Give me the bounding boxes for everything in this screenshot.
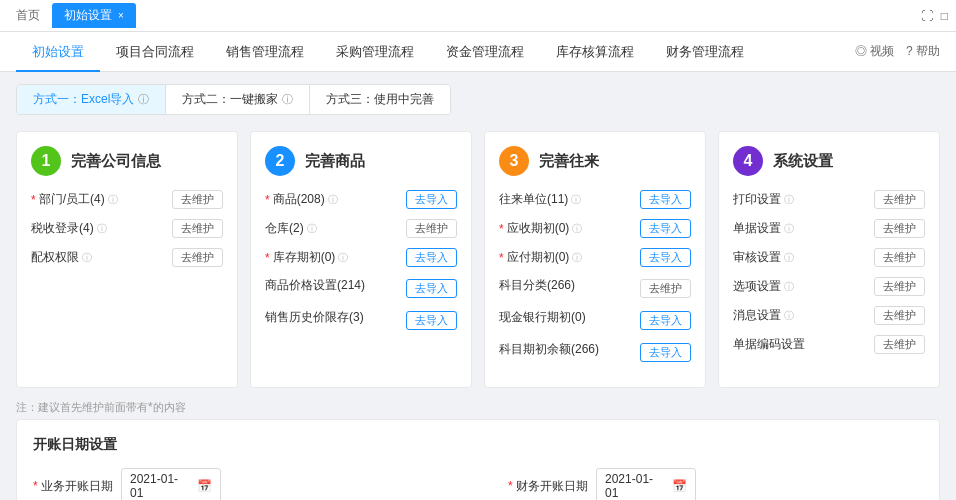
price-import-button[interactable]: 去导入 [406, 279, 457, 298]
goods-import-button[interactable]: 去导入 [406, 190, 457, 209]
step-1-perm-label: 配权权限 ⓘ [31, 249, 92, 266]
step-1-header: 1 完善公司信息 [31, 146, 223, 176]
calendar-icon: 📅 [197, 479, 212, 493]
msg-maintain-button[interactable]: 去维护 [874, 306, 925, 325]
receivable-info-icon: ⓘ [572, 222, 582, 236]
perm-maintain-button[interactable]: 去维护 [172, 248, 223, 267]
subnav-item-xiangmuheyong[interactable]: 项目合同流程 [100, 32, 210, 72]
tax-info-icon: ⓘ [97, 222, 107, 236]
step-3-cash-label: 现金银行期初(0) [499, 309, 586, 326]
cash-import-button[interactable]: 去导入 [640, 311, 691, 330]
home-link[interactable]: 首页 [8, 7, 48, 24]
option-maintain-button[interactable]: 去维护 [874, 277, 925, 296]
perm-info-icon: ⓘ [82, 251, 92, 265]
warehouse-info-icon: ⓘ [307, 222, 317, 236]
step-4-row-doc: 单据设置 ⓘ 去维护 [733, 217, 925, 240]
doc-info-icon: ⓘ [784, 222, 794, 236]
print-maintain-button[interactable]: 去维护 [874, 190, 925, 209]
receivable-import-button[interactable]: 去导入 [640, 219, 691, 238]
step-4-print-label: 打印设置 ⓘ [733, 191, 794, 208]
subnav-item-caiwu[interactable]: 财务管理流程 [650, 32, 760, 72]
mode-tab-excel-label: 方式一：Excel导入 [33, 91, 134, 108]
step-1-tax-label: 税收登录(4) ⓘ [31, 220, 107, 237]
close-tab-button[interactable]: × [118, 10, 124, 21]
subnav-item-caigou[interactable]: 采购管理流程 [320, 32, 430, 72]
sub-nav-right: ◎ 视频 ? 帮助 [855, 43, 940, 60]
mode-tab-migrate[interactable]: 方式二：一键搬家 ⓘ [166, 85, 310, 114]
fin-calendar-icon: 📅 [672, 479, 687, 493]
dept-info-icon: ⓘ [108, 193, 118, 207]
subject-maintain-button[interactable]: 去维护 [640, 279, 691, 298]
step-3-number: 3 [499, 146, 529, 176]
step-3-row-receivable: * 应收期初(0) ⓘ 去导入 [499, 217, 691, 240]
mode-tab-excel[interactable]: 方式一：Excel导入 ⓘ [17, 85, 166, 114]
step-3-title: 完善往来 [539, 152, 599, 171]
step-2-row-price: 商品价格设置(214) 去导入 [265, 275, 457, 301]
step-2-row-stockinit: * 库存期初(0) ⓘ 去导入 [265, 246, 457, 269]
payable-info-icon: ⓘ [572, 251, 582, 265]
doc-maintain-button[interactable]: 去维护 [874, 219, 925, 238]
history-import-button[interactable]: 去导入 [406, 311, 457, 330]
warehouse-maintain-button[interactable]: 去维护 [406, 219, 457, 238]
fin-date-field: * 财务开账日期 2021-01-01 📅 [508, 468, 923, 500]
audit-maintain-button[interactable]: 去维护 [874, 248, 925, 267]
party-import-button[interactable]: 去导入 [640, 190, 691, 209]
step-3-row-party: 往来单位(11) ⓘ 去导入 [499, 188, 691, 211]
maximize-icon[interactable]: □ [941, 9, 948, 23]
subnav-item-kucun[interactable]: 库存核算流程 [540, 32, 650, 72]
payable-import-button[interactable]: 去导入 [640, 248, 691, 267]
active-tab: 初始设置 × [52, 3, 136, 28]
step-card-1: 1 完善公司信息 * 部门/员工(4) ⓘ 去维护 税收登录(4) ⓘ 去维护 [16, 131, 238, 388]
sub-nav: 初始设置 项目合同流程 销售管理流程 采购管理流程 资金管理流程 库存核算流程 … [0, 32, 956, 72]
step-4-row-audit: 审核设置 ⓘ 去维护 [733, 246, 925, 269]
step-4-doccode-label: 单据编码设置 [733, 336, 805, 353]
step-3-subject-label: 科目分类(266) [499, 277, 575, 294]
biz-date-input[interactable]: 2021-01-01 📅 [121, 468, 221, 500]
step-4-audit-label: 审核设置 ⓘ [733, 249, 794, 266]
subnav-item-chushishezhi[interactable]: 初始设置 [16, 32, 100, 72]
audit-info-icon: ⓘ [784, 251, 794, 265]
mode-tabs: 方式一：Excel导入 ⓘ 方式二：一键搬家 ⓘ 方式三：使用中完善 [16, 84, 451, 115]
step-4-row-print: 打印设置 ⓘ 去维护 [733, 188, 925, 211]
party-info-icon: ⓘ [571, 193, 581, 207]
step-1-row-dept: * 部门/员工(4) ⓘ 去维护 [31, 188, 223, 211]
step-2-title: 完善商品 [305, 152, 365, 171]
dept-maintain-button[interactable]: 去维护 [172, 190, 223, 209]
step-4-msg-label: 消息设置 ⓘ [733, 307, 794, 324]
step-3-receivable-label: * 应收期初(0) ⓘ [499, 220, 582, 237]
step-2-header: 2 完善商品 [265, 146, 457, 176]
page-content: 方式一：Excel导入 ⓘ 方式二：一键搬家 ⓘ 方式三：使用中完善 1 完善公… [0, 72, 956, 500]
subnav-item-xiaoshou[interactable]: 销售管理流程 [210, 32, 320, 72]
step-2-warehouse-label: 仓库(2) ⓘ [265, 220, 317, 237]
step-3-row-cash: 现金银行期初(0) 去导入 [499, 307, 691, 333]
stockinit-import-button[interactable]: 去导入 [406, 248, 457, 267]
msg-info-icon: ⓘ [784, 309, 794, 323]
step-1-row-perm: 配权权限 ⓘ 去维护 [31, 246, 223, 269]
option-info-icon: ⓘ [784, 280, 794, 294]
tax-maintain-button[interactable]: 去维护 [172, 219, 223, 238]
date-fields: * 业务开账日期 2021-01-01 📅 注：不允许录入业务开账日期之前的业务… [33, 468, 923, 500]
fin-date-value: 2021-01-01 [605, 472, 664, 500]
top-bar: 首页 初始设置 × ⛶ □ [0, 0, 956, 32]
step-2-number: 2 [265, 146, 295, 176]
step-3-party-label: 往来单位(11) ⓘ [499, 191, 581, 208]
setup-steps: 1 完善公司信息 * 部门/员工(4) ⓘ 去维护 税收登录(4) ⓘ 去维护 [16, 131, 940, 388]
step-2-history-label: 销售历史价限存(3) [265, 309, 364, 326]
fullscreen-icon[interactable]: ⛶ [921, 9, 933, 23]
step-3-balance-label: 科目期初余额(266) [499, 341, 599, 358]
mode-tab-inuse[interactable]: 方式三：使用中完善 [310, 85, 450, 114]
video-link[interactable]: ◎ 视频 [855, 43, 894, 60]
mode-tab-inuse-label: 方式三：使用中完善 [326, 91, 434, 108]
subnav-item-zijin[interactable]: 资金管理流程 [430, 32, 540, 72]
step-4-row-option: 选项设置 ⓘ 去维护 [733, 275, 925, 298]
fin-date-input[interactable]: 2021-01-01 📅 [596, 468, 696, 500]
step-1-number: 1 [31, 146, 61, 176]
step-1-title: 完善公司信息 [71, 152, 161, 171]
doccode-maintain-button[interactable]: 去维护 [874, 335, 925, 354]
mode-tab-excel-info-icon: ⓘ [138, 92, 149, 107]
balance-import-button[interactable]: 去导入 [640, 343, 691, 362]
step-4-header: 4 系统设置 [733, 146, 925, 176]
step-card-2: 2 完善商品 * 商品(208) ⓘ 去导入 仓库(2) ⓘ 去维护 * 库存 [250, 131, 472, 388]
help-link[interactable]: ? 帮助 [906, 43, 940, 60]
step-2-price-label: 商品价格设置(214) [265, 277, 365, 294]
